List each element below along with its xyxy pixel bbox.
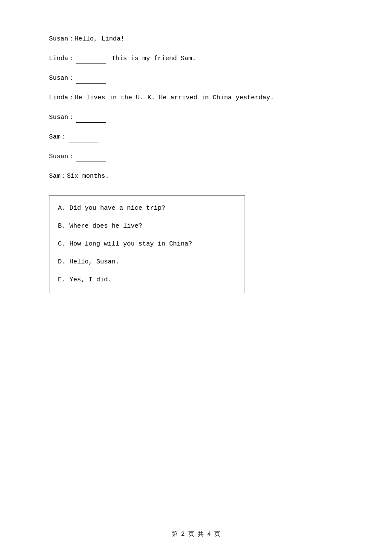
dialogue-line-2: Linda： This is my friend Sam. [49, 54, 343, 64]
speaker-linda-2: Linda： [49, 94, 75, 101]
dialogue-line-1: Susan：Hello, Linda! [49, 34, 343, 44]
dialogue-line-5: Susan： [49, 113, 343, 123]
blank-susan-3[interactable] [76, 122, 106, 123]
blank-sam-1[interactable] [69, 142, 98, 142]
option-a-key: A. [58, 205, 66, 212]
options-box: A. Did you have a nice trip? B. Where do… [49, 195, 245, 293]
option-a: A. Did you have a nice trip? [58, 203, 236, 214]
dialogue-text-2: This is my friend Sam. [108, 55, 196, 62]
dialogue-line-8: Sam：Six months. [49, 171, 343, 182]
option-b-text: Where does he live? [69, 223, 142, 230]
page-footer: 第 2 页 共 4 页 [0, 530, 392, 538]
dialogue-text-8: Six months. [67, 173, 109, 180]
option-a-text: Did you have a nice trip? [69, 205, 165, 212]
dialogue-line-6: Sam： [49, 132, 343, 142]
dialogue-line-7: Susan： [49, 152, 343, 162]
speaker-sam-1: Sam： [49, 133, 67, 141]
option-d-text: Hello, Susan. [69, 258, 119, 266]
option-e-key: E. [58, 276, 66, 283]
option-d: D. Hello, Susan. [58, 257, 236, 267]
option-b: B. Where does he live? [58, 221, 236, 231]
blank-susan-4[interactable] [76, 162, 106, 162]
page-content: Susan：Hello, Linda! Linda： This is my fr… [0, 0, 392, 327]
dialogue-line-3: Susan： [49, 73, 343, 84]
blank-linda-1[interactable] [76, 64, 106, 64]
option-e: E. Yes, I did. [58, 275, 236, 285]
dialogue-text-1: Hello, Linda! [75, 35, 124, 43]
dialogue-text-4: He lives in the U. K. He arrived in Chin… [75, 94, 274, 101]
option-d-key: D. [58, 258, 66, 266]
speaker-susan-2: Susan： [49, 75, 75, 82]
speaker-susan-3: Susan： [49, 114, 75, 121]
speaker-susan-4: Susan： [49, 153, 75, 160]
speaker-linda-1: Linda： [49, 55, 75, 62]
option-c-key: C. [58, 240, 66, 248]
speaker-sam-2: Sam： [49, 173, 67, 180]
dialogue-section: Susan：Hello, Linda! Linda： This is my fr… [49, 34, 343, 182]
blank-susan-2[interactable] [76, 83, 106, 84]
option-c-text: How long will you stay in China? [69, 240, 192, 248]
footer-text: 第 2 页 共 4 页 [172, 531, 221, 538]
speaker-susan-1: Susan： [49, 35, 75, 43]
dialogue-line-4: Linda：He lives in the U. K. He arrived i… [49, 93, 343, 103]
option-b-key: B. [58, 223, 66, 230]
option-e-text: Yes, I did. [69, 276, 112, 283]
option-c: C. How long will you stay in China? [58, 239, 236, 249]
